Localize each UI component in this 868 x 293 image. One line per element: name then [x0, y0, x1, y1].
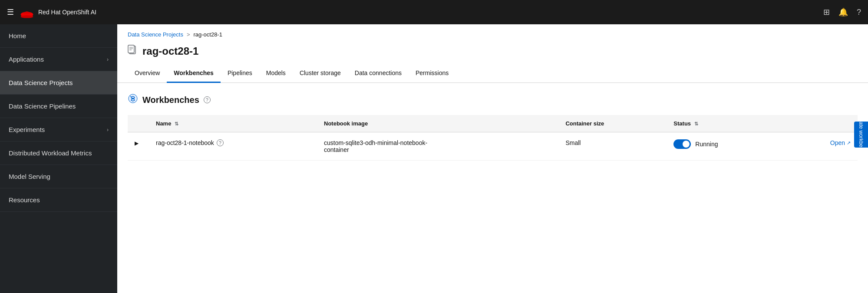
row-actions-cell: Open ↗: [787, 132, 858, 161]
workbenches-table: Name ⇅ Notebook image Container size Sta…: [128, 115, 858, 161]
sidebar-item-applications[interactable]: Applications›: [0, 48, 117, 71]
open-label: Open: [830, 139, 845, 146]
sidebar-item-label-data-science-projects: Data Science Projects: [9, 79, 73, 86]
svg-rect-5: [128, 45, 134, 53]
sidebar-item-label-home: Home: [9, 32, 26, 40]
external-link-icon: ↗: [847, 140, 851, 146]
sidebar-item-experiments[interactable]: Experiments›: [0, 118, 117, 142]
tab-models[interactable]: Models: [259, 64, 293, 83]
tab-overview[interactable]: Overview: [128, 64, 167, 83]
sidebar-item-label-experiments: Experiments: [9, 126, 45, 133]
notebook-image-text: custom-sqlite3-odh-minimal-notebook-cont…: [324, 139, 427, 153]
sidebar-item-label-model-serving: Model Serving: [9, 173, 50, 180]
redhat-hat-icon: [20, 6, 34, 18]
grid-icon[interactable]: ⊞: [823, 7, 830, 17]
breadcrumb-current: rag-oct28-1: [194, 31, 222, 38]
page-title: rag-oct28-1: [142, 45, 198, 57]
col-expand: [128, 115, 149, 132]
svg-point-10: [132, 98, 134, 99]
sidebar-item-data-science-pipelines[interactable]: Data Science Pipelines: [0, 95, 117, 118]
table-body: ▶ rag-oct28-1-notebook ? custom-sqlite3-…: [128, 132, 858, 161]
tab-pipelines[interactable]: Pipelines: [221, 64, 259, 83]
name-sort-icon[interactable]: ⇅: [175, 121, 178, 126]
sidebar-item-label-distributed-workload-metrics: Distributed Workload Metrics: [9, 149, 92, 157]
sidebar-item-model-serving[interactable]: Model Serving: [0, 165, 117, 188]
workbenches-help-icon[interactable]: ?: [204, 96, 211, 103]
status-text: Running: [695, 141, 718, 148]
sidebar-item-label-resources: Resources: [9, 196, 40, 204]
sidebar-chevron-experiments: ›: [107, 127, 109, 133]
row-name-cell: rag-oct28-1-notebook ?: [149, 132, 317, 161]
notebook-name-wrapper: rag-oct28-1-notebook ?: [156, 139, 310, 146]
page-header: rag-oct28-1: [117, 41, 868, 64]
table-row: ▶ rag-oct28-1-notebook ? custom-sqlite3-…: [128, 132, 858, 161]
row-notebook-image-cell: custom-sqlite3-odh-minimal-notebook-cont…: [317, 132, 558, 161]
menu-icon[interactable]: ☰: [7, 7, 14, 17]
notebook-name-text: rag-oct28-1-notebook: [156, 139, 214, 146]
main-layout: HomeApplications›Data Science ProjectsDa…: [0, 24, 868, 293]
create-workbench-label: Create workbench: [858, 113, 864, 155]
breadcrumb-parent-link[interactable]: Data Science Projects: [128, 31, 183, 38]
row-expand-cell: ▶: [128, 132, 149, 161]
brand-text: Red Hat OpenShift AI: [38, 9, 96, 16]
status-wrapper: Running: [673, 139, 779, 149]
copy-icon: [128, 45, 137, 55]
page-header-icon: [128, 45, 137, 57]
col-notebook-image: Notebook image: [317, 115, 558, 132]
sidebar-item-data-science-projects[interactable]: Data Science Projects: [0, 71, 117, 95]
row-status-cell: Running: [667, 132, 786, 161]
brand-name: Red Hat: [38, 9, 60, 16]
col-actions: [787, 115, 858, 132]
container-size-text: Small: [565, 139, 581, 146]
col-status: Status ⇅: [667, 115, 786, 132]
section-title: Workbenches: [142, 95, 199, 105]
row-container-size-cell: Small: [558, 132, 667, 161]
brand-product: OpenShift AI: [62, 9, 96, 16]
sidebar: HomeApplications›Data Science ProjectsDa…: [0, 24, 117, 293]
breadcrumb-separator: >: [187, 31, 190, 38]
sidebar-item-distributed-workload-metrics[interactable]: Distributed Workload Metrics: [0, 142, 117, 165]
col-status-label: Status: [673, 120, 691, 127]
notebook-help-icon[interactable]: ?: [217, 139, 224, 146]
open-link[interactable]: Open ↗: [830, 139, 851, 146]
table-header: Name ⇅ Notebook image Container size Sta…: [128, 115, 858, 132]
col-container-size: Container size: [558, 115, 667, 132]
navbar-right: ⊞ 🔔 ?: [823, 7, 861, 17]
tabs-container: OverviewWorkbenchesPipelinesModelsCluste…: [117, 64, 868, 83]
svg-point-3: [21, 15, 33, 18]
navbar: ☰ Red Hat OpenShift AI ⊞ 🔔 ?: [0, 0, 868, 24]
navbar-left: ☰ Red Hat OpenShift AI: [7, 6, 96, 18]
status-toggle[interactable]: [673, 139, 691, 149]
brand-logo: Red Hat OpenShift AI: [20, 6, 96, 18]
sidebar-chevron-applications: ›: [107, 56, 109, 63]
wrench-icon: [128, 93, 138, 106]
toggle-thumb: [683, 141, 690, 148]
toggle-track[interactable]: [673, 139, 691, 149]
tab-workbenches[interactable]: Workbenches: [167, 64, 221, 83]
content-area: Data Science Projects > rag-oct28-1 rag-…: [117, 24, 868, 293]
sidebar-item-label-data-science-pipelines: Data Science Pipelines: [9, 102, 76, 110]
tab-cluster-storage[interactable]: Cluster storage: [293, 64, 348, 83]
create-workbench-button[interactable]: Create workbench: [854, 122, 868, 148]
tab-permissions[interactable]: Permissions: [409, 64, 455, 83]
sidebar-item-label-applications: Applications: [9, 56, 44, 63]
sidebar-item-resources[interactable]: Resources: [0, 188, 117, 212]
help-icon[interactable]: ?: [857, 8, 861, 17]
section-header: Workbenches ?: [128, 93, 858, 106]
sidebar-item-home[interactable]: Home: [0, 24, 117, 48]
col-name: Name ⇅: [149, 115, 317, 132]
status-sort-icon[interactable]: ⇅: [694, 121, 698, 126]
breadcrumb: Data Science Projects > rag-oct28-1: [117, 24, 868, 41]
workbenches-section: Workbenches ? Name ⇅ Notebook image Cont…: [117, 83, 868, 171]
row-expand-toggle[interactable]: ▶: [135, 140, 139, 146]
tab-data-connections[interactable]: Data connections: [348, 64, 409, 83]
bell-icon[interactable]: 🔔: [838, 7, 848, 17]
col-name-label: Name: [156, 120, 171, 127]
actions-wrapper: Open ↗: [794, 139, 851, 146]
